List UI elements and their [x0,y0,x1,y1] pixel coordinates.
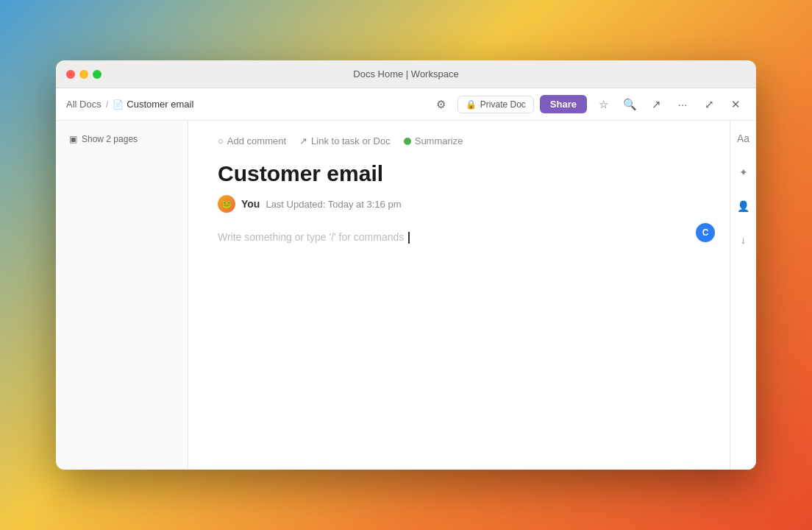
private-doc-label: Private Doc [480,99,526,110]
star-panel-icon: ✦ [739,166,748,178]
avatar: 🐸 [218,195,235,213]
editor-wrapper: Write something or type '/' for commands… [218,230,693,244]
titlebar: Docs Home | Workspace [56,60,756,88]
right-panel: Aa ✦ 👤 ↓ [730,121,756,470]
settings-button[interactable]: ⚙ [431,94,452,115]
breadcrumb-current: 📄 Customer email [113,99,193,110]
traffic-lights [56,70,102,79]
download-button[interactable]: ↓ [733,230,754,250]
lock-icon: 🔒 [466,99,477,110]
summarize-dot-icon [404,138,411,145]
minimize-button[interactable] [79,70,88,79]
top-bar-actions: ⚙ 🔒 Private Doc Share ☆ 🔍 ↗ ··· ⤢ ✕ [431,94,746,115]
breadcrumb: All Docs / 📄 Customer email [66,99,193,110]
fullscreen-button[interactable] [93,70,102,79]
document-title: Customer email [218,161,693,186]
show-pages-button[interactable]: ▣ Show 2 pages [65,131,179,147]
close-button[interactable] [66,70,75,79]
star-button[interactable]: ☆ [593,94,613,115]
doc-toolbar: ○ Add comment ↗ Link to task or Doc Summ… [218,135,693,146]
sidebar: ▣ Show 2 pages [56,121,188,470]
summarize-label: Summarize [415,135,463,146]
people-icon: 👤 [737,200,749,212]
font-icon: Aa [737,132,749,144]
window-title: Docs Home | Workspace [353,68,458,80]
font-size-button[interactable]: Aa [733,128,754,149]
summarize-button[interactable]: Summarize [404,135,463,146]
share-button[interactable]: Share [540,95,587,113]
pages-icon: ▣ [69,134,77,144]
link-icon: ↗ [299,135,307,146]
main-layout: ▣ Show 2 pages ○ Add comment ↗ Link to t… [56,121,756,470]
private-doc-button[interactable]: 🔒 Private Doc [457,96,534,113]
close-button[interactable]: ✕ [725,94,746,115]
add-comment-button[interactable]: ○ Add comment [218,135,286,146]
editor-placeholder[interactable]: Write something or type '/' for commands [218,231,404,243]
search-button[interactable]: 🔍 [619,94,640,115]
breadcrumb-current-label: Customer email [127,99,193,110]
breadcrumb-separator: / [106,99,109,110]
top-bar: All Docs / 📄 Customer email ⚙ 🔒 Private … [56,88,756,121]
breadcrumb-parent[interactable]: All Docs [66,99,102,110]
star-panel-button[interactable]: ✦ [733,162,754,183]
app-window: Docs Home | Workspace All Docs / 📄 Custo… [56,60,756,470]
doc-icon: 📄 [113,99,124,110]
export-button[interactable]: ↗ [646,94,666,115]
updated-label: Last Updated: [266,199,325,210]
download-icon: ↓ [741,234,746,246]
link-task-label: Link to task or Doc [311,135,391,146]
add-comment-label: Add comment [227,135,286,146]
avatar-emoji: 🐸 [222,200,231,208]
updated-time: Today at 3:16 pm [328,199,402,210]
doc-updated: Last Updated: Today at 3:16 pm [266,199,401,210]
show-pages-label: Show 2 pages [82,134,138,144]
doc-meta: 🐸 You Last Updated: Today at 3:16 pm [218,195,693,213]
expand-button[interactable]: ⤢ [699,94,719,115]
doc-author: You [241,198,260,210]
more-button[interactable]: ··· [672,94,693,115]
collaborators-button[interactable]: 👤 [733,196,754,216]
comment-icon: ○ [218,135,224,146]
doc-area[interactable]: ○ Add comment ↗ Link to task or Doc Summ… [188,121,730,470]
text-cursor [408,232,410,244]
link-task-button[interactable]: ↗ Link to task or Doc [299,135,391,146]
ai-button[interactable]: C [696,223,715,242]
